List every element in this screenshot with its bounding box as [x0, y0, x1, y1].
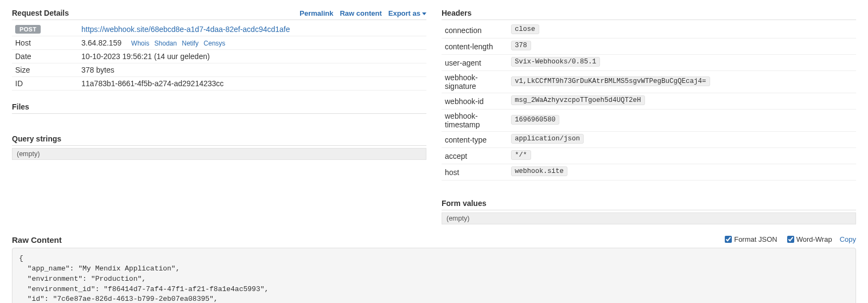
- header-value: close: [511, 24, 539, 34]
- raw-content-title: Raw Content: [12, 235, 62, 244]
- header-row: content-typeapplication/json: [442, 132, 856, 148]
- header-key: content-length: [442, 38, 508, 55]
- raw-content-link[interactable]: Raw content: [340, 9, 381, 17]
- size-label: Size: [12, 63, 78, 77]
- header-key: content-type: [442, 132, 508, 148]
- word-wrap-toggle[interactable]: Word-Wrap: [785, 234, 832, 244]
- header-key: webhook-signature: [442, 71, 508, 93]
- export-as-label: Export as: [388, 9, 420, 17]
- header-value-cell: application/json: [508, 132, 856, 148]
- whois-link[interactable]: Whois: [131, 40, 149, 47]
- netify-link[interactable]: Netify: [182, 40, 199, 47]
- id-value: 11a783b1-8661-4f5b-a274-ad29214233cc: [78, 77, 426, 91]
- header-value: Svix-Webhooks/0.85.1: [511, 57, 600, 67]
- header-value: webhook.site: [511, 166, 567, 176]
- format-json-toggle[interactable]: Format JSON: [723, 234, 777, 244]
- header-value-cell: */*: [508, 148, 856, 164]
- word-wrap-label: Word-Wrap: [796, 235, 832, 243]
- header-row: webhook-timestamp1696960580: [442, 109, 856, 132]
- copy-link[interactable]: Copy: [840, 235, 856, 243]
- headers-table: connectionclosecontent-length378user-age…: [442, 22, 856, 180]
- header-value: 378: [511, 41, 531, 50]
- header-value-cell: 1696960580: [508, 109, 856, 132]
- format-json-checkbox[interactable]: [725, 236, 732, 243]
- header-value-cell: msg_2WaAzhyvzcpoTTgoeh5d4UQT2eH: [508, 93, 856, 109]
- header-value: msg_2WaAzhyvzcpoTTgoeh5d4UQT2eH: [511, 95, 645, 105]
- raw-content-body: { "app_name": "My Mendix Application", "…: [12, 248, 856, 303]
- header-value: 1696960580: [511, 115, 559, 125]
- format-json-label: Format JSON: [734, 235, 777, 243]
- header-row: webhook-signaturev1,LkCCfMT9h73GrDuKAtrB…: [442, 71, 856, 93]
- host-label: Host: [12, 36, 78, 50]
- id-label: ID: [12, 77, 78, 91]
- header-value: v1,LkCCfMT9h73GrDuKAtrBMLMS5sgvWTPegBuCg…: [511, 76, 710, 86]
- header-key: user-agent: [442, 55, 508, 71]
- header-value-cell: close: [508, 22, 856, 38]
- word-wrap-checkbox[interactable]: [787, 236, 794, 243]
- headers-title: Headers: [442, 9, 856, 20]
- files-title: Files: [12, 102, 426, 114]
- form-values-empty: (empty): [442, 212, 856, 224]
- export-as-dropdown[interactable]: Export as: [388, 9, 426, 17]
- date-value: 10-10-2023 19:56:21 (14 uur geleden): [78, 50, 426, 63]
- censys-link[interactable]: Censys: [203, 40, 225, 47]
- header-key: connection: [442, 22, 508, 38]
- header-row: connectionclose: [442, 22, 856, 38]
- header-value-cell: Svix-Webhooks/0.85.1: [508, 55, 856, 71]
- header-row: user-agentSvix-Webhooks/0.85.1: [442, 55, 856, 71]
- header-row: webhook-idmsg_2WaAzhyvzcpoTTgoeh5d4UQT2e…: [442, 93, 856, 109]
- method-badge: POST: [15, 25, 41, 34]
- request-details-header: Request Details Permalink Raw content Ex…: [12, 9, 426, 20]
- header-key: webhook-timestamp: [442, 109, 508, 132]
- header-key: accept: [442, 148, 508, 164]
- header-value-cell: v1,LkCCfMT9h73GrDuKAtrBMLMS5sgvWTPegBuCg…: [508, 71, 856, 93]
- header-value-cell: webhook.site: [508, 164, 856, 180]
- header-row: accept*/*: [442, 148, 856, 164]
- query-strings-empty: (empty): [12, 148, 426, 160]
- header-key: host: [442, 164, 508, 180]
- form-values-title: Form values: [442, 199, 856, 210]
- shodan-link[interactable]: Shodan: [155, 40, 177, 47]
- header-key: webhook-id: [442, 93, 508, 109]
- permalink-link[interactable]: Permalink: [299, 9, 333, 17]
- request-details-table: POST https://webhook.site/68ebcd8e-a1d7-…: [12, 22, 426, 91]
- request-details-title: Request Details: [12, 9, 69, 17]
- header-value-cell: 378: [508, 38, 856, 55]
- date-label: Date: [12, 50, 78, 63]
- query-strings-title: Query strings: [12, 134, 426, 146]
- header-value: */*: [511, 150, 531, 160]
- header-row: content-length378: [442, 38, 856, 55]
- header-row: hostwebhook.site: [442, 164, 856, 180]
- host-value: 3.64.82.159: [81, 38, 122, 47]
- chevron-down-icon: [422, 12, 426, 15]
- header-value: application/json: [511, 134, 584, 144]
- request-url-link[interactable]: https://webhook.site/68ebcd8e-a1d7-4daa-…: [81, 25, 290, 34]
- size-value: 378 bytes: [78, 63, 426, 77]
